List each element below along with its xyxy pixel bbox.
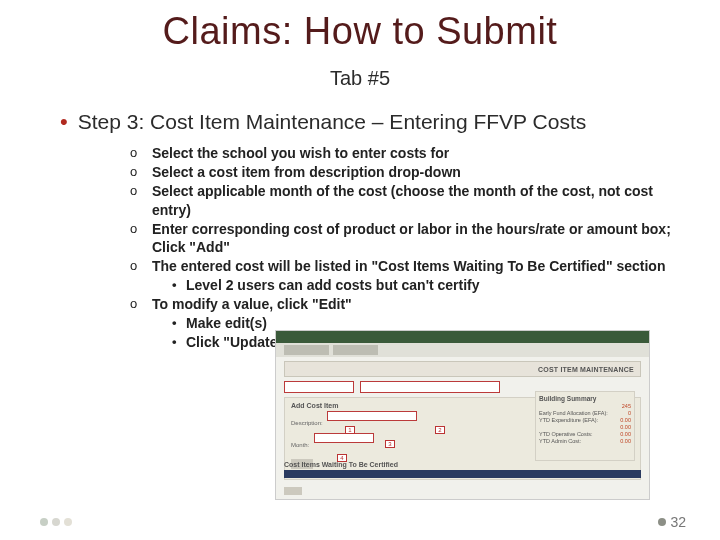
sub-list-item: Level 2 users can add costs but can't ce… [172, 276, 680, 295]
summary-key: YTD Expenditure (EFA): [539, 417, 598, 423]
summary-val: 0 [628, 410, 631, 416]
description-dropdown[interactable] [327, 411, 417, 421]
list-item: Enter corresponding cost of product or l… [130, 220, 680, 258]
summary-val: 0.00 [620, 424, 631, 430]
step-heading: • Step 3: Cost Item Maintenance – Enteri… [40, 110, 680, 134]
summary-val: 0.00 [620, 417, 631, 423]
cert-section: Cost Items Waiting To Be Certified [284, 461, 641, 495]
summary-val: 245 [622, 403, 631, 409]
summary-key: Early Fund Allocation (EFA): [539, 410, 608, 416]
certify-button[interactable] [284, 487, 302, 495]
page-number: 32 [670, 514, 686, 530]
page-title: Claims: How to Submit [40, 10, 680, 53]
step-text: Step 3: Cost Item Maintenance – Entering… [78, 110, 587, 134]
app-tab [333, 345, 378, 355]
instruction-list: Select the school you wish to enter cost… [130, 144, 680, 352]
embedded-screenshot: COST ITEM MAINTENANCE Add Cost Item Desc… [275, 330, 650, 500]
cert-footer-text [284, 480, 641, 485]
footer-dots-left [40, 518, 72, 526]
list-item: Select applicable month of the cost (cho… [130, 182, 680, 220]
callout-3: 3 [385, 440, 395, 448]
tab-label: Tab #5 [40, 67, 680, 90]
dot-icon [40, 518, 48, 526]
list-item: The entered cost will be listed in "Cost… [130, 257, 680, 295]
list-item-text: To modify a value, click "Edit" [152, 296, 352, 312]
cert-table-header [284, 470, 641, 478]
summary-val: 0.00 [620, 431, 631, 437]
cert-title: Cost Items Waiting To Be Certified [284, 461, 641, 468]
description-label: Description: [291, 420, 323, 426]
list-item-text: The entered cost will be listed in "Cost… [152, 258, 665, 274]
dot-icon [52, 518, 60, 526]
app-header-bar [276, 331, 649, 343]
building-summary-panel: Building Summary 245 Early Fund Allocati… [535, 391, 635, 461]
list-item: Select a cost item from description drop… [130, 163, 680, 182]
dot-icon [64, 518, 72, 526]
section-title-bar: COST ITEM MAINTENANCE [284, 361, 641, 377]
list-item: Select the school you wish to enter cost… [130, 144, 680, 163]
building-dropdown[interactable] [360, 381, 500, 393]
callout-1: 1 [345, 426, 355, 434]
callout-2: 2 [435, 426, 445, 434]
app-tab-strip [276, 343, 649, 357]
school-dropdown[interactable] [284, 381, 354, 393]
summary-title: Building Summary [539, 395, 631, 402]
summary-key: YTD Operative Costs: [539, 431, 593, 437]
summary-val: 0.00 [620, 438, 631, 444]
footer-right: 32 [658, 514, 686, 530]
summary-key: YTD Admin Cost: [539, 438, 581, 444]
month-label: Month: [291, 442, 309, 448]
app-tab [284, 345, 329, 355]
bullet-icon: • [60, 111, 68, 133]
month-dropdown[interactable] [314, 433, 374, 443]
dot-icon [658, 518, 666, 526]
section-title: COST ITEM MAINTENANCE [538, 366, 634, 373]
